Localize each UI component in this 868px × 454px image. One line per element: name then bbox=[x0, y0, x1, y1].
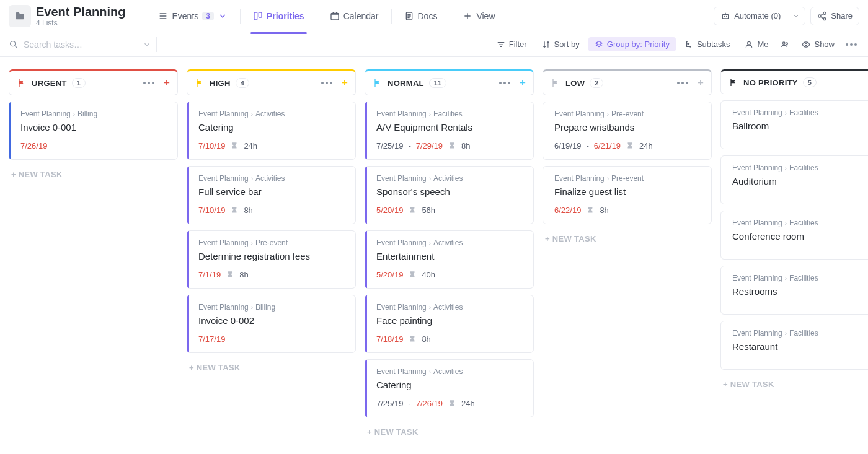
task-breadcrumb: Event Planning›Activities bbox=[376, 367, 525, 376]
chevron-right-icon: › bbox=[785, 165, 787, 172]
task-title: Catering bbox=[376, 380, 525, 390]
project-name: Event Planning bbox=[732, 108, 782, 117]
view-tabs: Events 3 Priorities Calendar Docs View bbox=[151, 6, 502, 26]
task-meta: 7/1/19 8h bbox=[198, 270, 347, 279]
hourglass-icon bbox=[226, 271, 234, 279]
add-task-button[interactable]: + bbox=[697, 77, 704, 89]
task-card[interactable]: Event Planning›FacilitiesRestaraunt bbox=[720, 321, 868, 370]
task-title: Sponsor's speech bbox=[376, 186, 525, 197]
search-box[interactable] bbox=[9, 40, 151, 50]
column-header: NO PRIORITY5 bbox=[720, 69, 868, 94]
automate-button[interactable]: Automate (0) bbox=[714, 7, 787, 25]
task-card[interactable]: Event Planning›ActivitiesFace painting7/… bbox=[365, 295, 534, 353]
chevron-down-icon[interactable] bbox=[143, 40, 151, 49]
task-breadcrumb: Event Planning›Activities bbox=[376, 238, 525, 247]
task-meta: 7/18/19 8h bbox=[376, 334, 525, 344]
task-card[interactable]: Event Planning›FacilitiesAuditorium bbox=[720, 155, 868, 204]
filter-button[interactable]: Filter bbox=[490, 37, 533, 51]
list-name: Activities bbox=[433, 303, 463, 312]
task-breadcrumb: Event Planning›Facilities bbox=[732, 219, 868, 227]
assignees-button[interactable] bbox=[777, 38, 793, 51]
task-date: 7/26/19 bbox=[20, 141, 47, 151]
column-menu[interactable] bbox=[866, 79, 868, 86]
project-name: Event Planning bbox=[732, 219, 782, 227]
tab-priorities[interactable]: Priorities bbox=[246, 6, 312, 26]
task-card[interactable]: Event Planning›BillingInvoice 0-0017/26/… bbox=[9, 102, 178, 160]
project-name: Event Planning bbox=[732, 329, 782, 338]
chevron-right-icon: › bbox=[785, 330, 787, 337]
task-card[interactable]: Event Planning›ActivitiesEntertainment5/… bbox=[365, 230, 534, 289]
task-card[interactable]: Event Planning›BillingInvoice 0-0027/17/… bbox=[187, 295, 356, 353]
add-task-button[interactable]: + bbox=[163, 77, 170, 89]
show-button[interactable]: Show bbox=[795, 37, 841, 51]
sort-icon bbox=[542, 40, 551, 49]
column-menu[interactable] bbox=[319, 79, 335, 87]
new-task-button[interactable]: + NEW TASK bbox=[9, 166, 178, 183]
task-card[interactable]: Event Planning›ActivitiesCatering7/10/19… bbox=[187, 102, 356, 160]
project-name: Event Planning bbox=[376, 110, 427, 118]
flag-icon bbox=[728, 77, 738, 87]
task-breadcrumb: Event Planning›Facilities bbox=[732, 274, 868, 282]
tab-add-view[interactable]: View bbox=[455, 6, 502, 26]
chevron-right-icon: › bbox=[607, 111, 609, 118]
list-name: Facilities bbox=[433, 110, 463, 118]
column-name: HIGH bbox=[210, 79, 231, 88]
subtasks-button[interactable]: Subtasks bbox=[678, 37, 736, 51]
task-card[interactable]: Event Planning›Pre-eventFinalize guest l… bbox=[542, 166, 712, 224]
tab-calendar[interactable]: Calendar bbox=[322, 6, 386, 26]
task-card[interactable]: Event Planning›FacilitiesBallroom bbox=[720, 100, 868, 149]
hourglass-icon bbox=[408, 271, 417, 279]
list-name: Activities bbox=[433, 174, 463, 183]
me-button[interactable]: Me bbox=[738, 37, 774, 51]
share-label: Share bbox=[831, 11, 852, 20]
chevron-right-icon: › bbox=[785, 110, 787, 116]
column-menu[interactable] bbox=[497, 79, 513, 87]
task-time: 8h bbox=[422, 334, 430, 344]
tab-docs[interactable]: Docs bbox=[397, 6, 445, 26]
add-task-button[interactable]: + bbox=[519, 77, 526, 89]
divider bbox=[317, 9, 317, 24]
task-meta: 5/20/19 40h bbox=[376, 270, 525, 279]
user-icon bbox=[745, 40, 753, 49]
task-card[interactable]: Event Planning›Pre-eventPrepare wristban… bbox=[542, 102, 712, 160]
more-menu[interactable] bbox=[843, 41, 859, 48]
task-card[interactable]: Event Planning›FacilitiesA/V Equipment R… bbox=[365, 102, 534, 160]
add-task-button[interactable]: + bbox=[341, 77, 348, 89]
hourglass-icon bbox=[230, 142, 239, 151]
task-time: 24h bbox=[244, 141, 257, 151]
task-meta: 7/10/19 8h bbox=[198, 206, 347, 215]
column-name: LOW bbox=[565, 79, 585, 88]
column-menu[interactable] bbox=[141, 79, 157, 87]
task-date: 7/25/19 bbox=[376, 399, 403, 408]
task-meta: 7/17/19 bbox=[198, 334, 347, 344]
task-meta: 7/10/19 24h bbox=[198, 141, 347, 151]
task-card[interactable]: Event Planning›FacilitiesRestrooms bbox=[720, 266, 868, 315]
tab-label: Docs bbox=[418, 11, 438, 21]
task-card[interactable]: Event Planning›ActivitiesSponsor's speec… bbox=[365, 166, 534, 224]
new-task-button[interactable]: + NEW TASK bbox=[365, 424, 534, 440]
share-button[interactable]: Share bbox=[810, 7, 859, 25]
new-task-button[interactable]: + NEW TASK bbox=[720, 376, 868, 393]
project-name: Event Planning bbox=[198, 110, 249, 118]
task-card[interactable]: Event Planning›Pre-eventDetermine regist… bbox=[187, 230, 356, 289]
search-input[interactable] bbox=[24, 40, 138, 50]
column-header: HIGH4+ bbox=[187, 69, 356, 95]
board-icon bbox=[253, 11, 263, 21]
hourglass-icon bbox=[408, 206, 417, 215]
column-menu[interactable] bbox=[675, 79, 691, 87]
chevron-right-icon: › bbox=[251, 304, 253, 311]
task-title: Ballroom bbox=[732, 121, 868, 131]
automate-dropdown[interactable] bbox=[787, 7, 805, 25]
sort-button[interactable]: Sort by bbox=[536, 37, 586, 51]
list-name: Facilities bbox=[789, 329, 818, 338]
new-task-button[interactable]: + NEW TASK bbox=[542, 230, 712, 247]
task-card[interactable]: Event Planning›ActivitiesFull service ba… bbox=[187, 166, 356, 224]
task-breadcrumb: Event Planning›Facilities bbox=[732, 108, 868, 117]
new-task-button[interactable]: + NEW TASK bbox=[187, 359, 356, 376]
tab-events[interactable]: Events 3 bbox=[151, 6, 235, 26]
task-date: 7/18/19 bbox=[376, 334, 403, 344]
group-button[interactable]: Group by: Priority bbox=[588, 37, 676, 51]
list-name: Pre-event bbox=[255, 238, 288, 247]
task-card[interactable]: Event Planning›ActivitiesCatering7/25/19… bbox=[365, 359, 534, 417]
task-card[interactable]: Event Planning›FacilitiesConference room bbox=[720, 211, 868, 260]
